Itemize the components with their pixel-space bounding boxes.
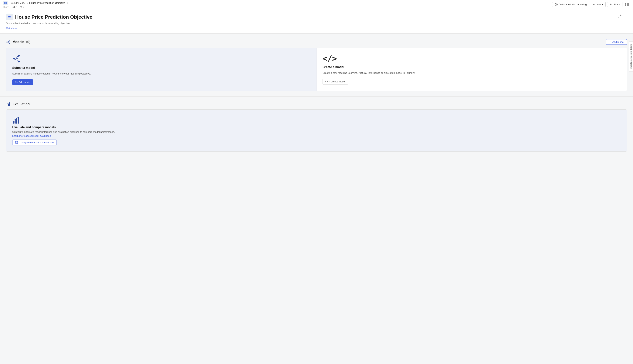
top-bar: Foundry Mac... › House Price Prediction … xyxy=(0,0,633,9)
svg-rect-1 xyxy=(6,2,7,3)
submit-model-desc: Submit an existing model created in Foun… xyxy=(12,72,310,76)
actions-chevron-icon: ▾ xyxy=(602,3,603,6)
models-section: Models (0) Add model xyxy=(0,34,633,96)
breadcrumb: Foundry Mac... › House Price Prediction … xyxy=(3,1,69,5)
share-button[interactable]: Share xyxy=(607,2,622,7)
question-circle-icon: ? xyxy=(555,3,558,6)
svg-rect-39 xyxy=(15,142,16,142)
help-chevron-icon: ▾ xyxy=(16,6,17,8)
svg-point-15 xyxy=(7,42,8,42)
file-menu[interactable]: File ▾ xyxy=(3,6,9,8)
create-model-button[interactable]: </> Create model xyxy=(323,79,348,84)
svg-rect-33 xyxy=(7,104,7,106)
actions-button[interactable]: Actions ▾ xyxy=(591,2,606,7)
breadcrumb-separator: › xyxy=(27,2,28,4)
help-menu[interactable]: Help ▾ xyxy=(11,6,17,8)
svg-text:?: ? xyxy=(556,4,557,6)
configure-dashboard-button[interactable]: Configure evaluation dashboard xyxy=(12,140,57,146)
svg-rect-14 xyxy=(8,17,10,17)
get-started-link[interactable]: Get started xyxy=(6,27,18,30)
pencil-icon xyxy=(618,14,622,18)
pages-icon xyxy=(20,6,22,8)
evaluation-section-header: Evaluation xyxy=(6,102,627,106)
svg-rect-40 xyxy=(17,142,18,142)
page-subtitle: Summarize the desired outcome of this mo… xyxy=(6,22,627,25)
svg-rect-37 xyxy=(15,119,17,124)
add-model-button[interactable]: Add model xyxy=(12,80,33,85)
svg-point-16 xyxy=(9,40,10,41)
evaluation-icon xyxy=(6,102,11,106)
svg-point-9 xyxy=(610,4,611,4)
eval-icon xyxy=(12,116,621,126)
models-section-header: Models (0) Add model xyxy=(6,39,627,45)
code-tag-icon: </> xyxy=(323,54,337,63)
sub-bar: File ▾ Help ▾ 1 xyxy=(3,6,69,8)
create-model-title: Create a model xyxy=(323,66,621,69)
configure-icon xyxy=(15,141,18,144)
panel-icon xyxy=(625,3,629,6)
submit-model-title: Submit a model xyxy=(12,66,310,70)
svg-line-18 xyxy=(8,41,9,42)
svg-line-27 xyxy=(15,56,18,58)
svg-line-28 xyxy=(15,59,18,61)
svg-rect-0 xyxy=(4,2,5,3)
create-model-icon: </> xyxy=(323,54,621,63)
panel-toggle-button[interactable] xyxy=(624,2,630,8)
evaluation-title: Evaluation xyxy=(6,102,30,106)
create-model-desc: Create a new Machine Learning, Artificia… xyxy=(323,71,621,75)
svg-rect-34 xyxy=(8,104,9,106)
page-title-icon xyxy=(6,14,13,20)
svg-rect-2 xyxy=(4,3,5,4)
create-code-icon: </> xyxy=(325,80,330,83)
svg-point-17 xyxy=(9,42,10,44)
eval-card-desc: Configure automatic model inference and … xyxy=(12,130,621,134)
create-model-card: </> Create a model Create a new Machine … xyxy=(316,48,627,91)
svg-point-24 xyxy=(18,55,20,57)
evaluation-card: Evaluate and compare models Configure au… xyxy=(6,110,627,152)
version-badge[interactable]: 1 xyxy=(20,6,24,8)
side-panel-tab-label: Modeling objective details xyxy=(630,44,632,69)
eval-card-title: Evaluate and compare models xyxy=(12,126,621,129)
breadcrumb-current: House Price Prediction Objective xyxy=(29,2,65,4)
models-icon xyxy=(6,40,11,44)
add-icon xyxy=(15,81,18,83)
star-icon[interactable]: ☆ xyxy=(66,2,69,4)
models-cards: Submit a model Submit an existing model … xyxy=(6,48,627,91)
svg-line-19 xyxy=(8,42,9,43)
add-model-header-button[interactable]: Add model xyxy=(606,39,627,45)
svg-point-23 xyxy=(13,58,15,60)
svg-rect-41 xyxy=(15,143,16,144)
svg-rect-13 xyxy=(8,16,11,16)
breadcrumb-parent[interactable]: Foundry Mac... xyxy=(10,2,26,4)
svg-rect-38 xyxy=(18,117,19,124)
submit-model-icon xyxy=(12,54,310,64)
submit-model-card: Submit a model Submit an existing model … xyxy=(6,48,316,91)
page-header: House Price Prediction Objective Summari… xyxy=(0,9,633,34)
page-title: House Price Prediction Objective xyxy=(15,14,92,20)
plus-circle-icon xyxy=(609,41,611,44)
evaluation-section: Evaluation Evaluate and compare models C… xyxy=(0,96,633,157)
app-icon xyxy=(3,1,8,5)
get-started-button[interactable]: ? Get started with modeling xyxy=(552,2,589,7)
svg-rect-42 xyxy=(17,143,18,144)
edit-button[interactable] xyxy=(618,14,622,18)
models-title: Models (0) xyxy=(6,40,30,44)
svg-rect-36 xyxy=(13,120,15,123)
svg-point-25 xyxy=(18,61,20,62)
svg-rect-3 xyxy=(6,3,7,4)
top-bar-right: ? Get started with modeling Actions ▾ Sh… xyxy=(552,2,630,8)
share-user-icon xyxy=(609,3,612,6)
learn-more-link[interactable]: Learn more about model evaluation. xyxy=(12,134,621,137)
side-panel-tab[interactable]: Modeling objective details xyxy=(629,42,633,72)
file-chevron-icon: ▾ xyxy=(7,6,9,8)
svg-rect-35 xyxy=(9,103,10,106)
models-count: (0) xyxy=(26,40,30,44)
svg-rect-10 xyxy=(625,3,628,6)
